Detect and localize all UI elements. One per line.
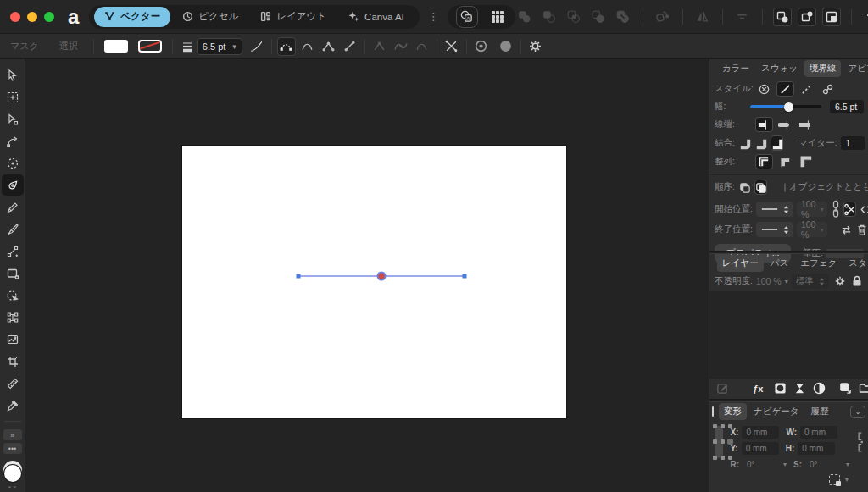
group-icon[interactable] <box>859 379 868 397</box>
sharp-node-icon[interactable] <box>370 37 389 56</box>
divide-icon[interactable] <box>589 8 608 26</box>
stroke-profile-icon[interactable] <box>248 37 266 56</box>
path-end-node[interactable] <box>463 274 467 279</box>
persona-pixel[interactable]: ピクセル <box>172 7 248 27</box>
align-outside-icon[interactable] <box>798 154 815 169</box>
move-tool[interactable] <box>2 64 24 86</box>
solid-stroke-icon[interactable] <box>776 81 794 97</box>
polygon-mode-icon[interactable] <box>320 37 338 56</box>
align-inside-icon[interactable] <box>776 154 794 169</box>
transform-origin-icon[interactable] <box>829 474 840 485</box>
round-cap-icon[interactable] <box>776 117 794 132</box>
end-style-select[interactable] <box>756 222 793 237</box>
gear-icon[interactable] <box>526 37 545 56</box>
expand-tools-button[interactable]: » <box>3 429 22 440</box>
fill-tool[interactable] <box>2 240 24 262</box>
pen-tool[interactable] <box>2 174 24 196</box>
align-center-icon[interactable] <box>755 154 773 169</box>
tab-appearance[interactable]: アピアラ <box>843 60 868 77</box>
snap-to-nodes-icon[interactable] <box>798 8 816 26</box>
select-button[interactable]: 選択 <box>49 40 88 53</box>
point-transform-tool[interactable] <box>2 152 24 174</box>
tab-layers[interactable]: レイヤー <box>717 255 764 272</box>
dashed-stroke-icon[interactable] <box>798 81 815 97</box>
reverse-curve-icon[interactable] <box>497 37 515 56</box>
snap-candidates-icon[interactable] <box>773 8 792 26</box>
anchor-point-selector[interactable] <box>715 426 723 458</box>
stroke-width-slider[interactable] <box>750 105 821 108</box>
tab-swatches[interactable]: スウォッ <box>756 60 803 77</box>
h-field[interactable]: 0 mm <box>798 442 835 455</box>
opacity-value[interactable]: 100 % <box>756 276 782 286</box>
alignment-icon[interactable] <box>733 8 752 26</box>
slider-thumb[interactable] <box>784 102 793 112</box>
picture-frame-tool[interactable] <box>2 329 24 350</box>
flip-horizontal-icon[interactable] <box>693 8 712 26</box>
tab-stroke[interactable]: 境界線 <box>804 60 842 77</box>
pencil-tool[interactable] <box>2 196 24 218</box>
bevel-join-icon[interactable] <box>754 135 767 151</box>
break-curve-icon[interactable] <box>442 37 461 56</box>
persona-vector[interactable]: ベクター <box>94 7 170 27</box>
path-selected-node[interactable] <box>378 273 386 280</box>
chevron-down-icon[interactable]: ▾ <box>845 476 849 484</box>
y-field[interactable]: 0 mm <box>742 442 779 455</box>
persona-layout[interactable]: レイアウト <box>250 7 337 27</box>
canvas-viewport[interactable] <box>25 59 709 492</box>
pen-mode-icon[interactable] <box>277 37 296 56</box>
swap-arrows-icon[interactable] <box>840 222 853 237</box>
tab-transform[interactable]: 変形 <box>719 403 747 420</box>
minimize-window-button[interactable] <box>27 12 37 22</box>
crop-tool[interactable] <box>2 351 24 372</box>
r-field[interactable]: 0° <box>743 458 780 471</box>
none-stroke-icon[interactable] <box>755 81 773 97</box>
tab-history[interactable]: 履歴 <box>805 403 833 420</box>
round-join-icon[interactable] <box>738 135 751 151</box>
close-window-button[interactable] <box>10 12 20 22</box>
fill-layer-icon[interactable] <box>813 379 826 397</box>
butt-cap-icon[interactable] <box>755 117 773 132</box>
edit-layer-icon[interactable] <box>716 379 729 397</box>
tab-navigator[interactable]: ナビゲータ <box>748 403 804 420</box>
fx-icon[interactable]: ƒx <box>753 379 767 397</box>
color-picker-tool[interactable] <box>2 395 24 416</box>
chevron-down-icon[interactable]: ▾ <box>846 461 849 468</box>
kebab-menu-icon[interactable]: ⋮ <box>428 10 439 23</box>
fill-stroke-color-well[interactable]: ⌄⌄ <box>2 461 24 486</box>
auto-correct-icon[interactable]: A <box>456 6 478 28</box>
link-icon[interactable] <box>856 431 864 453</box>
stroke-width-field[interactable]: 6.5 pt <box>830 100 864 113</box>
tab-effects[interactable]: エフェク <box>795 255 842 272</box>
stroke-width-select[interactable]: 6.5 pt ▾ <box>197 38 242 55</box>
rectangle-tool[interactable] <box>2 263 24 284</box>
pen-path-preview[interactable] <box>182 146 566 418</box>
measure-tool[interactable] <box>2 373 24 394</box>
fill-color-circle[interactable] <box>4 465 21 482</box>
corner-tool[interactable] <box>2 130 24 152</box>
behind-icon[interactable] <box>738 180 751 195</box>
mesh-warp-tool[interactable] <box>2 307 24 328</box>
snap-bounding-box-icon[interactable] <box>822 8 841 26</box>
with-object-checkbox[interactable] <box>784 183 786 192</box>
intersect-icon[interactable] <box>565 8 583 26</box>
subtract-icon[interactable] <box>540 8 559 26</box>
smart-mode-icon[interactable] <box>298 37 317 56</box>
smart-node-icon[interactable] <box>413 37 431 56</box>
start-style-select[interactable] <box>756 202 793 217</box>
s-field[interactable]: 0° <box>805 458 843 471</box>
fill-color-swatch[interactable] <box>104 40 128 53</box>
combine-icon[interactable] <box>614 8 632 26</box>
w-field[interactable]: 0 mm <box>800 426 837 439</box>
layers-list[interactable] <box>709 291 868 379</box>
add-icon[interactable] <box>515 8 534 26</box>
miter-field[interactable]: 1 <box>841 136 865 150</box>
lock-icon[interactable] <box>850 274 864 289</box>
more-tools-button[interactable]: ••• <box>3 443 22 454</box>
tab-paths[interactable]: パス <box>765 255 794 272</box>
texture-stroke-icon[interactable] <box>819 81 837 97</box>
square-cap-icon[interactable] <box>798 117 815 132</box>
trash-icon[interactable] <box>856 222 868 237</box>
start-percent-select[interactable]: 100 % ▾ <box>797 202 828 217</box>
tab-styles[interactable]: スタイル <box>843 255 868 272</box>
in-front-icon[interactable] <box>754 180 767 195</box>
